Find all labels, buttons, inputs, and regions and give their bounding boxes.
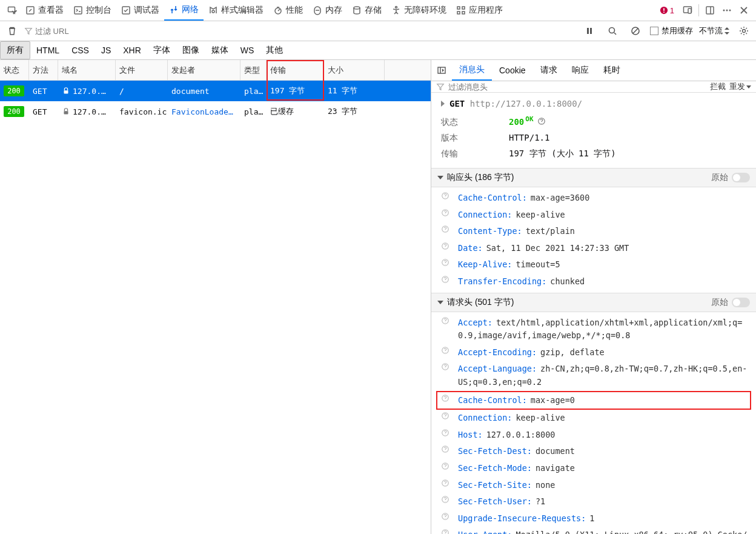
block-button[interactable]: 拦截: [710, 81, 726, 92]
filter-HTML[interactable]: HTML: [30, 42, 65, 58]
throttle-label: 不节流: [699, 25, 723, 36]
header-row: Sec-Fetch-Site:none: [431, 477, 756, 494]
column-header[interactable]: 传输: [267, 60, 324, 80]
close-icon[interactable]: [735, 2, 752, 19]
detail-tab-cookie[interactable]: Cookie: [492, 60, 533, 81]
column-header[interactable]: 大小: [324, 60, 385, 80]
help-icon[interactable]: [537, 117, 546, 125]
filter-CSS[interactable]: CSS: [65, 42, 95, 58]
svg-rect-10: [457, 12, 460, 14]
tab-application[interactable]: 应用程序: [451, 0, 508, 21]
search-icon[interactable]: [604, 22, 621, 39]
filter-JS[interactable]: JS: [95, 42, 117, 58]
request-type-filter: 所有HTMLCSSJSXHR字体图像媒体WS其他: [0, 41, 756, 60]
svg-rect-11: [462, 12, 465, 14]
header-row: Upgrade-Insecure-Requests:1: [431, 510, 756, 527]
column-header[interactable]: 域名: [58, 60, 116, 80]
svg-rect-33: [438, 67, 445, 73]
svg-point-6: [354, 7, 360, 9]
header-row: Connection:keep-alive: [431, 207, 756, 224]
svg-rect-8: [457, 7, 460, 9]
disable-cache-label: 禁用缓存: [662, 25, 693, 36]
svg-point-20: [726, 10, 728, 12]
request-summary: GET http://127.0.0.1:8000/ 状态 200 OK 版本H…: [431, 93, 756, 168]
column-header[interactable]: 状态: [0, 60, 29, 80]
tab-console[interactable]: 控制台: [68, 0, 116, 21]
response-headers-title: 响应头 (186 字节): [447, 172, 514, 183]
expand-url-icon[interactable]: [441, 101, 445, 107]
detail-tab-headers[interactable]: 消息头: [452, 60, 492, 81]
summary-version-label: 版本: [441, 133, 509, 144]
tab-debugger[interactable]: 调试器: [116, 0, 164, 21]
pick-element-icon[interactable]: [4, 2, 21, 19]
svg-rect-0: [8, 7, 15, 12]
header-filter-input[interactable]: [448, 82, 706, 92]
throttle-select[interactable]: 不节流: [699, 25, 729, 36]
svg-point-19: [723, 10, 725, 12]
tab-inspector[interactable]: 查看器: [21, 0, 68, 21]
summary-method: GET: [449, 99, 470, 108]
details-tabs: 消息头Cookie请求响应耗时: [431, 60, 756, 81]
header-row: Host:127.0.0.1:8000: [431, 427, 756, 444]
request-row[interactable]: 200GET127.0.…/documentpla…197 字节11 字节: [0, 81, 431, 101]
network-toolbar: 禁用缓存 不节流: [0, 21, 756, 41]
filter-所有[interactable]: 所有: [0, 41, 30, 59]
clear-icon[interactable]: [4, 22, 21, 39]
pause-icon[interactable]: [581, 22, 598, 39]
header-row: User-Agent:Mozilla/5.0 (X11; Linux x86_6…: [431, 527, 756, 534]
filter-WS[interactable]: WS: [234, 42, 260, 58]
tab-style[interactable]: 样式编辑器: [204, 0, 268, 21]
tab-storage[interactable]: 存储: [347, 0, 386, 21]
tab-accessibility[interactable]: 无障碍环境: [386, 0, 451, 21]
resend-button[interactable]: 重发: [729, 81, 751, 92]
detail-tab-request[interactable]: 请求: [533, 60, 565, 81]
summary-transfer: 197 字节 (大小 11 字节): [509, 149, 616, 159]
response-headers-section[interactable]: 响应头 (186 字节) 原始: [431, 168, 756, 187]
tab-performance[interactable]: 性能: [268, 0, 308, 21]
filter-XHR[interactable]: XHR: [117, 42, 147, 58]
error-count-badge[interactable]: 1: [660, 6, 674, 15]
disable-cache-checkbox[interactable]: 禁用缓存: [650, 25, 693, 36]
more-menu-icon[interactable]: [718, 2, 735, 19]
svg-rect-13: [663, 8, 665, 11]
tab-network[interactable]: 网络: [164, 0, 204, 21]
raw-label: 原始: [711, 172, 728, 183]
responsive-mode-icon[interactable]: [679, 2, 696, 19]
raw-toggle[interactable]: [732, 173, 750, 182]
svg-point-30: [743, 30, 746, 33]
header-row: Sec-Fetch-User:?1: [431, 493, 756, 510]
toggle-sidebar-icon[interactable]: [431, 65, 452, 75]
raw-toggle[interactable]: [732, 298, 750, 307]
filter-图像[interactable]: 图像: [176, 42, 205, 59]
header-row: Accept:text/html,application/xhtml+xml,a…: [431, 315, 756, 344]
request-headers-title: 请求头 (501 字节): [447, 297, 514, 308]
url-filter-input[interactable]: [35, 27, 132, 36]
column-header[interactable]: 类型: [240, 60, 267, 80]
tab-memory[interactable]: 内存: [308, 0, 347, 21]
block-icon[interactable]: [627, 22, 644, 39]
settings-gear-icon[interactable]: [735, 22, 752, 39]
response-headers-list: Cache-Control:max-age=3600Connection:kee…: [431, 187, 756, 293]
header-row: Accept-Language:zh-CN,zh;q=0.8,zh-TW;q=0…: [431, 361, 756, 390]
detail-tab-timing[interactable]: 耗时: [596, 60, 628, 81]
chevron-down-icon: [437, 176, 443, 179]
summary-status-code: 200: [509, 117, 524, 128]
header-row: Sec-Fetch-Dest:document: [431, 443, 756, 460]
filter-字体[interactable]: 字体: [147, 42, 176, 59]
dock-mode-icon[interactable]: [701, 2, 718, 19]
summary-transfer-label: 传输: [441, 149, 509, 159]
svg-point-4: [212, 10, 214, 13]
column-header[interactable]: 发起者: [168, 60, 240, 80]
filter-其他[interactable]: 其他: [260, 42, 289, 59]
svg-point-26: [609, 28, 615, 33]
request-row[interactable]: 200GET127.0.…favicon.icFaviconLoade…pla……: [0, 101, 431, 122]
detail-tab-response[interactable]: 响应: [565, 60, 596, 81]
column-header[interactable]: 方法: [29, 60, 58, 80]
header-row: Cache-Control:max-age=3600: [431, 190, 756, 207]
error-count-text: 1: [670, 6, 674, 15]
devtools-tabbar: 查看器控制台调试器网络样式编辑器性能内存存储无障碍环境应用程序 1: [0, 0, 756, 21]
request-headers-section[interactable]: 请求头 (501 字节) 原始: [431, 293, 756, 312]
filter-媒体[interactable]: 媒体: [205, 42, 234, 59]
summary-url: http://127.0.0.1:8000/: [470, 99, 582, 108]
column-header[interactable]: 文件: [116, 60, 168, 80]
